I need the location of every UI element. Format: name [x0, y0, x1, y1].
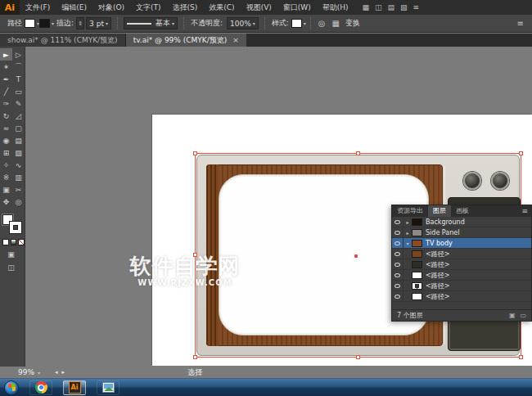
zoom-tool[interactable]: ◎	[12, 196, 25, 208]
expander-icon[interactable]: ▸	[404, 230, 412, 236]
direct-selection-tool[interactable]: ▷	[12, 48, 25, 61]
visibility-cell[interactable]	[392, 270, 404, 280]
document-tab-show[interactable]: show.ai* @ 111% (CMYK/预览)	[0, 34, 126, 47]
menu-select[interactable]: 选择(S)	[167, 0, 204, 15]
type-tool[interactable]: T	[12, 73, 25, 85]
opacity-caret-icon[interactable]: ▾	[253, 20, 255, 26]
width-tool[interactable]: ≈	[0, 122, 12, 134]
screen-mode-icon[interactable]: ◫	[0, 263, 22, 272]
pen-tool[interactable]: ✒	[0, 73, 12, 85]
artboard-tool[interactable]: ▣	[0, 183, 12, 196]
menu-window[interactable]: 窗口(W)	[277, 0, 317, 15]
new-layer-icon[interactable]: ▣	[509, 312, 516, 319]
arrange-documents-icon[interactable]: ▦	[363, 3, 370, 11]
eye-icon[interactable]	[394, 263, 400, 267]
magic-wand-tool[interactable]: ✶	[0, 61, 12, 73]
close-tab-icon[interactable]: ×	[232, 34, 239, 47]
scale-tool[interactable]: ◿	[12, 110, 25, 122]
handle-top-right[interactable]	[519, 151, 523, 155]
color-button[interactable]	[2, 239, 9, 245]
layer-row-tv-body[interactable]: ▾ TV body	[392, 238, 531, 249]
menu-type[interactable]: 文字(T)	[130, 0, 167, 15]
stroke-caret-icon[interactable]: ▾	[52, 20, 54, 26]
menu-view[interactable]: 视图(V)	[241, 0, 277, 15]
prev-artboard-icon[interactable]: ◂	[55, 369, 58, 376]
visibility-cell[interactable]	[392, 281, 404, 290]
mesh-tool[interactable]: ⊞	[0, 146, 12, 159]
blend-tool[interactable]: ∿	[12, 159, 25, 171]
tab-layers[interactable]: 图层	[428, 205, 451, 217]
layer-name[interactable]: Side Panel	[426, 229, 459, 236]
handle-bottom-middle[interactable]	[356, 355, 360, 359]
layer-row-path[interactable]: <路径>	[392, 281, 531, 291]
libraries-icon[interactable]: ▤	[388, 3, 395, 11]
eye-icon[interactable]	[394, 252, 400, 256]
recolor-artwork-icon[interactable]: ◎	[318, 19, 326, 28]
panel-menu-icon[interactable]: ≡	[521, 205, 531, 217]
handle-bottom-left[interactable]	[193, 355, 197, 359]
eye-icon[interactable]	[394, 284, 400, 288]
document-tab-tv[interactable]: tv.ai* @ 99% (CMYK/预览) ×	[126, 34, 246, 47]
paintbrush-tool[interactable]: ✑	[0, 97, 12, 110]
eye-icon[interactable]	[394, 273, 400, 277]
layer-name[interactable]: <路径>	[426, 292, 449, 301]
stroke-weight-field[interactable]: 3 pt ▾	[86, 17, 111, 29]
layer-row-background[interactable]: ▸ Background	[392, 217, 531, 227]
visibility-cell[interactable]	[392, 291, 404, 301]
opacity-field[interactable]: 100% ▾	[227, 17, 259, 29]
eyedropper-tool[interactable]: ✧	[0, 159, 12, 171]
align-panel-icon[interactable]: ▦	[332, 19, 340, 28]
layer-name[interactable]: <路径>	[426, 260, 449, 269]
menu-file[interactable]: 文件(F)	[20, 0, 56, 15]
free-transform-tool[interactable]: ▢	[12, 122, 25, 134]
eye-icon[interactable]	[394, 241, 400, 245]
hand-tool[interactable]: ✥	[0, 196, 12, 208]
control-panel-menu-icon[interactable]: ≡	[517, 19, 524, 28]
layer-row-path[interactable]: <路径>	[392, 291, 531, 302]
selection-tool[interactable]: ►	[0, 48, 12, 61]
eye-icon[interactable]	[394, 295, 400, 299]
none-button[interactable]	[18, 239, 25, 245]
eye-icon[interactable]	[394, 220, 400, 224]
menu-edit[interactable]: 编辑(E)	[56, 0, 92, 15]
taskbar-image-viewer-button[interactable]	[97, 380, 119, 395]
gradient-tool[interactable]: ▨	[12, 146, 25, 159]
visibility-cell[interactable]	[392, 227, 404, 237]
visibility-cell[interactable]	[392, 249, 404, 259]
visibility-cell[interactable]	[392, 217, 404, 227]
workspace-switcher-icon[interactable]: ◫	[375, 3, 382, 11]
zoom-level-dropdown[interactable]: 99% ▾	[18, 368, 40, 376]
layer-name[interactable]: <路径>	[426, 250, 449, 259]
layer-name[interactable]: TV body	[426, 240, 453, 247]
handle-top-left[interactable]	[193, 151, 197, 155]
column-graph-tool[interactable]: ▥	[12, 171, 25, 183]
drawing-mode-icon[interactable]: ▣	[0, 250, 22, 259]
fill-color-swatch[interactable]	[25, 19, 35, 28]
handle-top-middle[interactable]	[356, 151, 360, 155]
taskbar-chrome-button[interactable]	[29, 380, 52, 395]
transform-panel-button[interactable]: 变换	[345, 18, 360, 29]
visibility-cell[interactable]	[392, 259, 404, 269]
handle-bottom-right[interactable]	[519, 355, 523, 359]
app-logo[interactable]: Ai	[0, 0, 20, 15]
stroke-proxy-swatch[interactable]	[10, 222, 21, 233]
menu-help[interactable]: 帮助(H)	[317, 0, 354, 15]
style-swatch[interactable]	[291, 19, 302, 28]
delete-layer-icon[interactable]: ▭	[520, 312, 526, 319]
stroke-color-swatch[interactable]	[39, 19, 50, 28]
layer-row-path[interactable]: <路径>	[392, 270, 531, 281]
layer-row-path[interactable]: <路径>	[392, 259, 531, 270]
slice-tool[interactable]: ✂	[12, 183, 25, 196]
stroke-weight-caret-icon[interactable]: ▾	[106, 20, 108, 26]
eye-icon[interactable]	[394, 231, 400, 235]
menu-effect[interactable]: 效果(C)	[203, 0, 240, 15]
start-button[interactable]	[4, 380, 19, 395]
menu-object[interactable]: 对象(O)	[92, 0, 130, 15]
perspective-grid-tool[interactable]: ▤	[12, 134, 25, 146]
layer-name[interactable]: <路径>	[426, 271, 449, 280]
next-artboard-icon[interactable]: ▸	[62, 369, 65, 376]
layer-row-path[interactable]: <路径>	[392, 249, 531, 259]
rectangle-tool[interactable]: ▭	[12, 85, 25, 97]
stroke-weight-stepper[interactable]: ⇕	[76, 17, 84, 29]
visibility-cell[interactable]	[392, 238, 404, 248]
